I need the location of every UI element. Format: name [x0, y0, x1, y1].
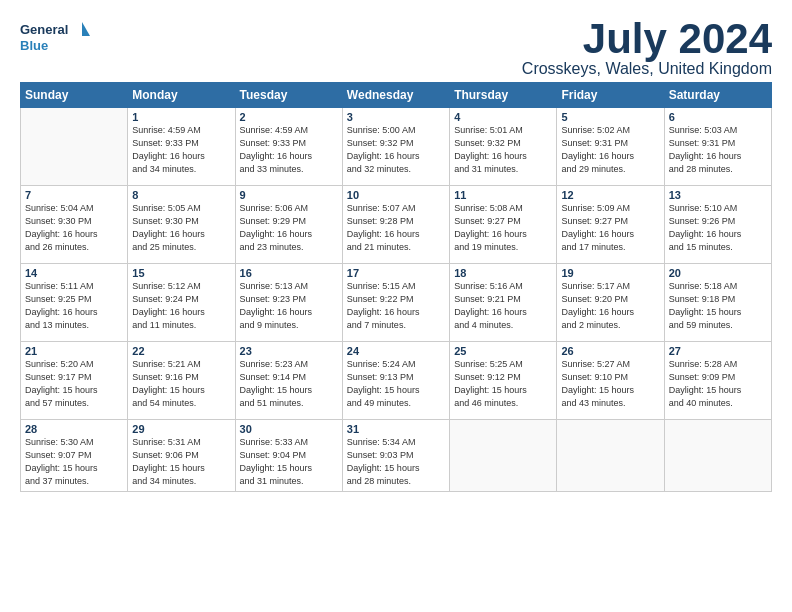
day-cell: 19Sunrise: 5:17 AM Sunset: 9:20 PM Dayli…: [557, 264, 664, 342]
day-cell: 18Sunrise: 5:16 AM Sunset: 9:21 PM Dayli…: [450, 264, 557, 342]
day-info: Sunrise: 5:27 AM Sunset: 9:10 PM Dayligh…: [561, 358, 659, 410]
day-cell: [21, 108, 128, 186]
day-cell: 16Sunrise: 5:13 AM Sunset: 9:23 PM Dayli…: [235, 264, 342, 342]
day-number: 10: [347, 189, 445, 201]
day-info: Sunrise: 5:34 AM Sunset: 9:03 PM Dayligh…: [347, 436, 445, 488]
day-cell: 11Sunrise: 5:08 AM Sunset: 9:27 PM Dayli…: [450, 186, 557, 264]
day-cell: 31Sunrise: 5:34 AM Sunset: 9:03 PM Dayli…: [342, 420, 449, 492]
day-info: Sunrise: 5:08 AM Sunset: 9:27 PM Dayligh…: [454, 202, 552, 254]
day-number: 17: [347, 267, 445, 279]
day-number: 31: [347, 423, 445, 435]
day-cell: 29Sunrise: 5:31 AM Sunset: 9:06 PM Dayli…: [128, 420, 235, 492]
col-saturday: Saturday: [664, 83, 771, 108]
day-info: Sunrise: 5:01 AM Sunset: 9:32 PM Dayligh…: [454, 124, 552, 176]
day-number: 28: [25, 423, 123, 435]
day-number: 14: [25, 267, 123, 279]
day-number: 21: [25, 345, 123, 357]
location: Crosskeys, Wales, United Kingdom: [522, 60, 772, 78]
day-cell: 14Sunrise: 5:11 AM Sunset: 9:25 PM Dayli…: [21, 264, 128, 342]
day-number: 25: [454, 345, 552, 357]
day-info: Sunrise: 5:21 AM Sunset: 9:16 PM Dayligh…: [132, 358, 230, 410]
day-number: 13: [669, 189, 767, 201]
day-info: Sunrise: 5:00 AM Sunset: 9:32 PM Dayligh…: [347, 124, 445, 176]
header-row: Sunday Monday Tuesday Wednesday Thursday…: [21, 83, 772, 108]
day-cell: 3Sunrise: 5:00 AM Sunset: 9:32 PM Daylig…: [342, 108, 449, 186]
day-info: Sunrise: 5:02 AM Sunset: 9:31 PM Dayligh…: [561, 124, 659, 176]
day-cell: [664, 420, 771, 492]
day-number: 9: [240, 189, 338, 201]
col-monday: Monday: [128, 83, 235, 108]
col-tuesday: Tuesday: [235, 83, 342, 108]
day-cell: 1Sunrise: 4:59 AM Sunset: 9:33 PM Daylig…: [128, 108, 235, 186]
col-sunday: Sunday: [21, 83, 128, 108]
day-number: 18: [454, 267, 552, 279]
day-cell: 6Sunrise: 5:03 AM Sunset: 9:31 PM Daylig…: [664, 108, 771, 186]
day-info: Sunrise: 5:23 AM Sunset: 9:14 PM Dayligh…: [240, 358, 338, 410]
day-number: 6: [669, 111, 767, 123]
day-number: 3: [347, 111, 445, 123]
day-number: 1: [132, 111, 230, 123]
day-info: Sunrise: 5:05 AM Sunset: 9:30 PM Dayligh…: [132, 202, 230, 254]
day-number: 19: [561, 267, 659, 279]
week-row-1: 1Sunrise: 4:59 AM Sunset: 9:33 PM Daylig…: [21, 108, 772, 186]
day-number: 24: [347, 345, 445, 357]
day-cell: [450, 420, 557, 492]
col-friday: Friday: [557, 83, 664, 108]
day-info: Sunrise: 5:20 AM Sunset: 9:17 PM Dayligh…: [25, 358, 123, 410]
day-info: Sunrise: 5:33 AM Sunset: 9:04 PM Dayligh…: [240, 436, 338, 488]
day-cell: 22Sunrise: 5:21 AM Sunset: 9:16 PM Dayli…: [128, 342, 235, 420]
day-info: Sunrise: 4:59 AM Sunset: 9:33 PM Dayligh…: [240, 124, 338, 176]
day-cell: 5Sunrise: 5:02 AM Sunset: 9:31 PM Daylig…: [557, 108, 664, 186]
day-cell: 23Sunrise: 5:23 AM Sunset: 9:14 PM Dayli…: [235, 342, 342, 420]
week-row-2: 7Sunrise: 5:04 AM Sunset: 9:30 PM Daylig…: [21, 186, 772, 264]
day-number: 15: [132, 267, 230, 279]
title-area: July 2024 Crosskeys, Wales, United Kingd…: [522, 18, 772, 78]
day-number: 4: [454, 111, 552, 123]
day-cell: 21Sunrise: 5:20 AM Sunset: 9:17 PM Dayli…: [21, 342, 128, 420]
day-info: Sunrise: 5:06 AM Sunset: 9:29 PM Dayligh…: [240, 202, 338, 254]
day-cell: 12Sunrise: 5:09 AM Sunset: 9:27 PM Dayli…: [557, 186, 664, 264]
day-number: 27: [669, 345, 767, 357]
day-info: Sunrise: 5:28 AM Sunset: 9:09 PM Dayligh…: [669, 358, 767, 410]
day-number: 26: [561, 345, 659, 357]
day-number: 12: [561, 189, 659, 201]
col-thursday: Thursday: [450, 83, 557, 108]
day-info: Sunrise: 5:12 AM Sunset: 9:24 PM Dayligh…: [132, 280, 230, 332]
day-cell: [557, 420, 664, 492]
day-info: Sunrise: 5:15 AM Sunset: 9:22 PM Dayligh…: [347, 280, 445, 332]
week-row-5: 28Sunrise: 5:30 AM Sunset: 9:07 PM Dayli…: [21, 420, 772, 492]
day-cell: 2Sunrise: 4:59 AM Sunset: 9:33 PM Daylig…: [235, 108, 342, 186]
day-cell: 28Sunrise: 5:30 AM Sunset: 9:07 PM Dayli…: [21, 420, 128, 492]
day-info: Sunrise: 4:59 AM Sunset: 9:33 PM Dayligh…: [132, 124, 230, 176]
logo: General Blue: [20, 18, 90, 56]
day-cell: 9Sunrise: 5:06 AM Sunset: 9:29 PM Daylig…: [235, 186, 342, 264]
day-cell: 20Sunrise: 5:18 AM Sunset: 9:18 PM Dayli…: [664, 264, 771, 342]
day-info: Sunrise: 5:24 AM Sunset: 9:13 PM Dayligh…: [347, 358, 445, 410]
week-row-3: 14Sunrise: 5:11 AM Sunset: 9:25 PM Dayli…: [21, 264, 772, 342]
day-info: Sunrise: 5:18 AM Sunset: 9:18 PM Dayligh…: [669, 280, 767, 332]
page-header: General Blue July 2024 Crosskeys, Wales,…: [20, 18, 772, 78]
logo-svg: General Blue: [20, 18, 90, 56]
day-cell: 10Sunrise: 5:07 AM Sunset: 9:28 PM Dayli…: [342, 186, 449, 264]
day-cell: 17Sunrise: 5:15 AM Sunset: 9:22 PM Dayli…: [342, 264, 449, 342]
day-info: Sunrise: 5:17 AM Sunset: 9:20 PM Dayligh…: [561, 280, 659, 332]
day-cell: 30Sunrise: 5:33 AM Sunset: 9:04 PM Dayli…: [235, 420, 342, 492]
day-number: 23: [240, 345, 338, 357]
svg-text:Blue: Blue: [20, 38, 48, 53]
day-number: 2: [240, 111, 338, 123]
svg-marker-2: [82, 22, 90, 36]
day-number: 22: [132, 345, 230, 357]
day-info: Sunrise: 5:25 AM Sunset: 9:12 PM Dayligh…: [454, 358, 552, 410]
calendar-page: General Blue July 2024 Crosskeys, Wales,…: [0, 0, 792, 504]
day-info: Sunrise: 5:07 AM Sunset: 9:28 PM Dayligh…: [347, 202, 445, 254]
day-info: Sunrise: 5:30 AM Sunset: 9:07 PM Dayligh…: [25, 436, 123, 488]
day-info: Sunrise: 5:03 AM Sunset: 9:31 PM Dayligh…: [669, 124, 767, 176]
day-number: 30: [240, 423, 338, 435]
day-cell: 15Sunrise: 5:12 AM Sunset: 9:24 PM Dayli…: [128, 264, 235, 342]
week-row-4: 21Sunrise: 5:20 AM Sunset: 9:17 PM Dayli…: [21, 342, 772, 420]
svg-text:General: General: [20, 22, 68, 37]
day-cell: 25Sunrise: 5:25 AM Sunset: 9:12 PM Dayli…: [450, 342, 557, 420]
day-info: Sunrise: 5:09 AM Sunset: 9:27 PM Dayligh…: [561, 202, 659, 254]
col-wednesday: Wednesday: [342, 83, 449, 108]
day-number: 16: [240, 267, 338, 279]
